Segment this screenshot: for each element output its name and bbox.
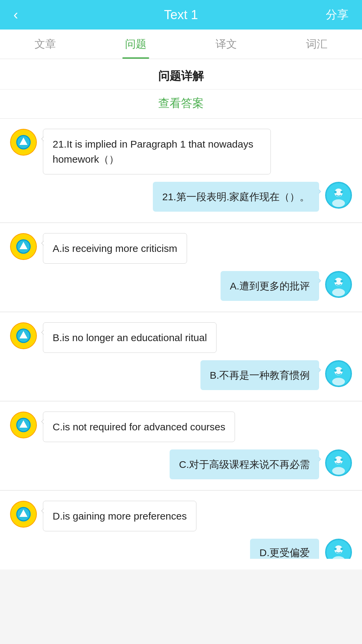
chat-section-q21: 21.It is implied in Paragraph 1 that now… xyxy=(0,119,362,223)
chat-section-optA: A.is receiving more criticism A.遭到更多的批评 xyxy=(0,223,362,312)
svg-point-22 xyxy=(334,369,337,372)
user-avatar xyxy=(325,182,352,209)
user-avatar xyxy=(325,360,352,387)
svg-point-31 xyxy=(341,459,343,461)
bubble-optC-zh: C.对于高级课程来说不再必需 xyxy=(170,449,319,479)
chat-row-optA-zh: A.遭到更多的批评 xyxy=(10,271,352,301)
bubble-optB-zh: B.不再是一种教育惯例 xyxy=(200,360,319,390)
bubble-optD-en: D.is gaining more preferences xyxy=(43,501,196,531)
svg-point-5 xyxy=(332,199,345,207)
section-title: 问题详解 xyxy=(0,59,362,90)
chat-row-optB-zh: B.不再是一种教育惯例 xyxy=(10,360,352,390)
svg-point-7 xyxy=(341,191,343,194)
tab-bar: 文章 问题 译文 词汇 xyxy=(0,30,362,59)
svg-point-6 xyxy=(334,191,337,194)
chat-section-optC: C.is not required for advanced courses C… xyxy=(0,401,362,491)
user-avatar xyxy=(325,539,352,559)
svg-point-38 xyxy=(334,548,337,550)
chat-section-optD: D.is gaining more preferences D.更受偏爱 xyxy=(0,491,362,570)
robot-avatar xyxy=(10,233,37,260)
robot-avatar xyxy=(10,129,37,156)
bubble-optA-en: A.is receiving more criticism xyxy=(43,233,187,264)
svg-point-39 xyxy=(341,548,343,550)
user-avatar xyxy=(325,449,352,476)
bubble-optC-en: C.is not required for advanced courses xyxy=(43,412,235,442)
chat-row-optD-en: D.is gaining more preferences xyxy=(10,501,352,531)
robot-avatar xyxy=(10,501,37,528)
chat-row-optB-en: B.is no longer an educational ritual xyxy=(10,322,352,353)
page-title: Text 1 xyxy=(164,8,198,22)
share-button[interactable]: 分享 xyxy=(326,7,349,22)
svg-point-21 xyxy=(332,378,345,385)
bubble-optB-en: B.is no longer an educational ritual xyxy=(43,322,217,353)
back-button[interactable]: ‹ xyxy=(13,8,18,22)
view-answer-button[interactable]: 查看答案 xyxy=(0,90,362,119)
robot-avatar xyxy=(10,322,37,349)
tab-vocabulary[interactable]: 词汇 xyxy=(272,30,362,59)
robot-avatar xyxy=(10,412,37,438)
chat-row-q21-en: 21.It is implied in Paragraph 1 that now… xyxy=(10,129,352,174)
header: ‹ Text 1 分享 xyxy=(0,0,362,30)
tab-translation[interactable]: 译文 xyxy=(181,30,272,59)
chat-row-q21-zh: 21.第一段表明.家庭作现在（）。 xyxy=(10,182,352,212)
bubble-q21-zh: 21.第一段表明.家庭作现在（）。 xyxy=(153,182,319,212)
user-avatar xyxy=(325,271,352,298)
bubble-optD-zh-partial: D.更受偏爱 xyxy=(250,539,319,559)
svg-point-14 xyxy=(334,280,337,283)
svg-point-23 xyxy=(341,369,343,372)
bubble-optA-zh: A.遭到更多的批评 xyxy=(221,271,319,301)
svg-point-29 xyxy=(332,467,345,475)
svg-point-13 xyxy=(332,288,345,296)
chat-section-optB: B.is no longer an educational ritual B.不… xyxy=(0,312,362,401)
tab-article[interactable]: 文章 xyxy=(0,30,90,59)
tab-question[interactable]: 问题 xyxy=(90,30,181,59)
chat-row-optD-zh-partial: D.更受偏爱 xyxy=(10,539,352,559)
svg-point-30 xyxy=(334,459,337,461)
chat-row-optC-zh: C.对于高级课程来说不再必需 xyxy=(10,449,352,479)
bubble-q21-en: 21.It is implied in Paragraph 1 that now… xyxy=(43,129,271,174)
chat-row-optA-en: A.is receiving more criticism xyxy=(10,233,352,264)
chat-row-optC-en: C.is not required for advanced courses xyxy=(10,412,352,442)
svg-point-15 xyxy=(341,280,343,283)
